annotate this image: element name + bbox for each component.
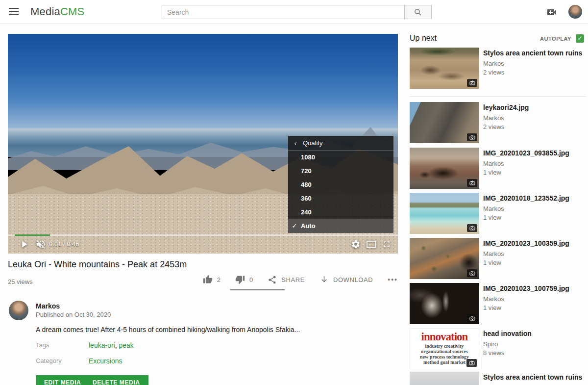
download-button[interactable]: DOWNLOAD [319, 275, 373, 284]
video-author: Markos [483, 60, 585, 67]
sidebar-divider [410, 96, 586, 97]
video-thumbnail[interactable] [410, 48, 479, 89]
up-next-item-7[interactable]: innovation industry creativity organizat… [410, 328, 586, 369]
volume-off-icon [35, 239, 46, 250]
menu-icon[interactable] [9, 8, 19, 15]
play-button[interactable] [19, 239, 29, 252]
mute-button[interactable] [35, 239, 46, 252]
dislike-button[interactable]: 0 [235, 275, 253, 284]
view-count: 25 views [8, 278, 33, 285]
tag-link-leuka-ori[interactable]: leuka-ori [89, 341, 115, 349]
video-author: Markos [483, 295, 585, 303]
play-icon [19, 239, 29, 250]
category-label: Category [36, 357, 62, 364]
brand-media: Media [30, 5, 60, 18]
video-thumbnail[interactable] [410, 193, 479, 234]
thumb-up-icon [203, 275, 213, 284]
video-title[interactable]: Stylos area ancient town ruins [483, 49, 585, 57]
download-icon [319, 275, 329, 284]
up-next-item-3[interactable]: IMG_20201023_093855.jpg Markos 1 view [410, 148, 586, 189]
quality-option-240[interactable]: 240 [288, 205, 393, 219]
quality-menu: ‹ Quality 1080 720 480 360 240 ✓ Auto [288, 136, 393, 233]
video-thumbnail[interactable] [410, 148, 479, 189]
up-next-item-4[interactable]: IMG_20201018_123552.jpg Markos 1 view [410, 193, 586, 234]
video-thumbnail[interactable] [410, 283, 479, 324]
edit-media-button[interactable]: EDIT MEDIA [36, 375, 89, 385]
upload-media-button[interactable] [546, 6, 558, 18]
rating-underline [230, 289, 285, 290]
author-avatar[interactable] [9, 301, 28, 320]
check-icon: ✓ [288, 219, 301, 233]
action-bar: 2 0 SHARE DOWNLOAD ••• [203, 275, 398, 284]
video-views: 2 views [483, 69, 585, 76]
video-title[interactable]: IMG_20201018_123552.jpg [483, 194, 585, 203]
mediacms-page: MediaCMS 0:01 / 0:46 [0, 0, 588, 385]
video-player[interactable]: 0:01 / 0:46 ‹ Quality 1080 720 480 360 2… [8, 34, 398, 254]
author-name[interactable]: Markos [36, 302, 60, 310]
camera-icon [467, 224, 477, 232]
search-input[interactable] [162, 5, 405, 19]
quality-menu-back[interactable]: ‹ Quality [288, 136, 393, 151]
video-views: 1 view [483, 259, 585, 266]
up-next-item-5[interactable]: IMG_20201023_100359.jpg Markos 1 view [410, 238, 586, 279]
share-button[interactable]: SHARE [268, 275, 305, 284]
delete-media-button[interactable]: DELETE MEDIA [84, 375, 148, 385]
up-next-sidebar: Up next AUTOPLAY ✓ Stylos area ancient t… [410, 0, 586, 385]
camera-icon [467, 314, 477, 322]
search-button[interactable] [405, 5, 432, 19]
quality-option-480[interactable]: 480 [288, 178, 393, 192]
autoplay-checkbox[interactable]: ✓ [576, 34, 584, 43]
fullscreen-button[interactable] [382, 239, 392, 251]
up-next-item-6[interactable]: IMG_20201023_100759.jpg Markos 1 view [410, 283, 586, 324]
video-thumbnail[interactable]: innovation industry creativity organizat… [410, 328, 479, 369]
video-frame-sky [8, 34, 398, 137]
wordcloud-text-small: industry creativity organizational sourc… [410, 343, 479, 354]
video-views: 8 views [483, 349, 585, 357]
more-options-button[interactable]: ••• [388, 276, 398, 283]
up-next-item-2[interactable]: leykaori24.jpg Markos 2 views [410, 102, 586, 143]
quality-option-1080[interactable]: 1080 [288, 151, 393, 164]
player-controls: 0:01 / 0:46 [8, 236, 398, 254]
settings-button[interactable] [351, 239, 361, 251]
video-title[interactable]: IMG_20201023_100359.jpg [483, 239, 585, 248]
like-button[interactable]: 2 [203, 275, 220, 284]
category-link-excursions[interactable]: Excursions [89, 357, 122, 365]
video-title[interactable]: leykaori24.jpg [483, 103, 585, 112]
video-title[interactable]: head inovation [483, 329, 585, 338]
share-label: SHARE [281, 276, 305, 283]
quality-option-360[interactable]: 360 [288, 192, 393, 205]
top-navbar: MediaCMS [0, 0, 588, 24]
video-thumbnail[interactable] [410, 238, 479, 279]
up-next-item-1[interactable]: Stylos area ancient town ruins Markos 2 … [410, 48, 586, 89]
video-views: 1 view [483, 169, 585, 176]
quality-option-720[interactable]: 720 [288, 164, 393, 178]
camera-icon [467, 269, 477, 277]
theater-mode-icon [366, 240, 377, 248]
brand-cms: CMS [60, 5, 85, 18]
quality-option-auto[interactable]: ✓ Auto [288, 219, 393, 233]
camera-icon [467, 133, 477, 141]
video-thumbnail[interactable] [410, 102, 479, 143]
theater-mode-button[interactable] [366, 240, 377, 250]
video-title[interactable]: Stylos area ancient town ruins [483, 373, 585, 382]
back-chevron-icon: ‹ [288, 139, 303, 147]
video-title[interactable]: IMG_20201023_100759.jpg [483, 284, 585, 293]
video-author: Markos [483, 205, 585, 212]
video-views: 2 views [483, 123, 585, 130]
video-title[interactable]: IMG_20201023_093855.jpg [483, 149, 585, 157]
download-label: DOWNLOAD [333, 276, 373, 283]
brand-logo[interactable]: MediaCMS [30, 5, 84, 18]
tags-list: leuka-ori, peak [89, 341, 134, 349]
video-thumbnail[interactable] [410, 372, 479, 385]
user-avatar[interactable] [568, 5, 582, 19]
camera-icon [466, 359, 477, 367]
tag-link-peak[interactable]: peak [119, 341, 133, 349]
video-camera-plus-icon [546, 6, 558, 18]
thumb-down-icon [235, 275, 245, 284]
video-description: A dream comes true! After 4-5 hours of c… [36, 326, 340, 334]
time-display: 0:01 / 0:46 [49, 240, 79, 248]
wordcloud-text: innovation [410, 331, 479, 343]
up-next-item-8[interactable]: Stylos area ancient town ruins [410, 372, 586, 385]
tags-label: Tags [36, 341, 49, 349]
dislike-count: 0 [249, 276, 253, 283]
